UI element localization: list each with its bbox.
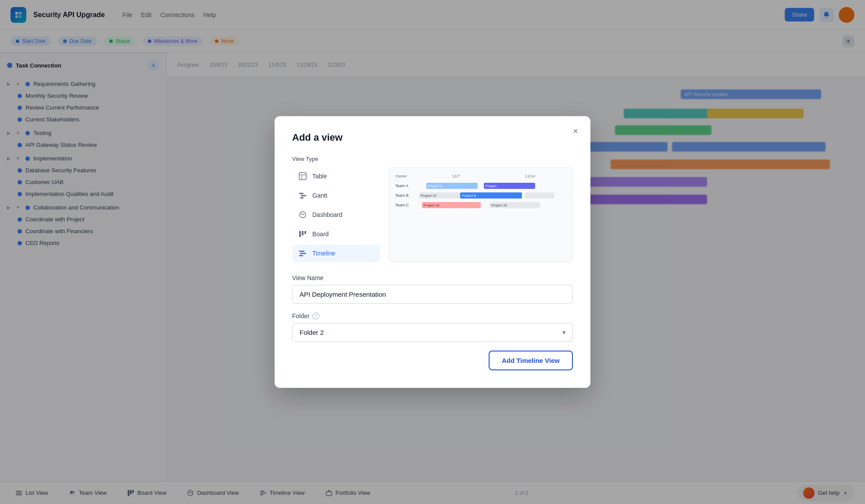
- view-type-gantt[interactable]: Gantt: [292, 187, 380, 204]
- preview-bar-area-team-b: Project 15 Project 8: [419, 192, 566, 199]
- view-type-board-label: Board: [312, 231, 329, 238]
- view-type-board[interactable]: Board: [292, 225, 380, 243]
- preview-bar: [525, 192, 554, 199]
- view-type-label: View Type: [292, 156, 573, 162]
- svg-rect-28: [299, 251, 304, 252]
- view-type-timeline-label: Timeline: [312, 250, 335, 257]
- view-type-timeline[interactable]: Timeline: [292, 245, 380, 262]
- svg-rect-29: [300, 253, 306, 254]
- view-type-dashboard[interactable]: Dashboard: [292, 206, 380, 224]
- view-type-table-label: Table: [312, 173, 327, 180]
- view-type-preview: Owner 11/7 11/14 Team A Project 4 Projec…: [389, 167, 573, 262]
- preview-owner-header: Owner: [395, 174, 418, 178]
- preview-row-team-b: Team B Project 15 Project 8: [395, 192, 566, 199]
- svg-rect-26: [302, 231, 304, 235]
- board-icon: [298, 230, 307, 238]
- folder-select-wrapper: Folder 1 Folder 2 Folder 3 ▼: [292, 323, 573, 342]
- folder-help-icon[interactable]: ?: [312, 312, 319, 319]
- preview-row-team-a: Team A Project 4 Project: [395, 183, 566, 189]
- preview-bar: Project 4: [426, 183, 478, 189]
- preview-bar: Project 22: [490, 202, 540, 208]
- folder-form-label: Folder ?: [292, 312, 573, 319]
- modal-title: Add a view: [292, 132, 573, 143]
- preview-bar: Project 8: [460, 192, 522, 199]
- add-timeline-view-button[interactable]: Add Timeline View: [489, 351, 573, 370]
- svg-rect-30: [299, 255, 303, 256]
- preview-bar: Project: [484, 183, 536, 189]
- timeline-icon: [298, 249, 307, 258]
- folder-group: Folder ? Folder 1 Folder 2 Folder 3 ▼: [292, 312, 573, 342]
- preview-bar: Project 16: [422, 202, 481, 208]
- modal-overlay: × Add a view View Type Table: [0, 0, 865, 504]
- svg-rect-27: [304, 231, 306, 234]
- svg-rect-25: [299, 231, 301, 237]
- modal-close-button[interactable]: ×: [568, 124, 583, 138]
- preview-row-team-c: Team C Project 16 Project 22: [395, 202, 566, 208]
- view-type-gantt-label: Gantt: [312, 192, 327, 199]
- view-name-input[interactable]: [292, 285, 573, 304]
- preview-bar-area-team-c: Project 16 Project 22: [419, 202, 566, 208]
- svg-rect-23: [300, 197, 304, 199]
- svg-rect-18: [299, 173, 306, 180]
- preview-date1-header: 11/7: [420, 174, 492, 178]
- view-type-list: Table Gantt: [292, 167, 380, 262]
- view-name-group: View Name: [292, 274, 573, 304]
- preview-bar-area-team-a: Project 4 Project: [419, 183, 566, 189]
- folder-select[interactable]: Folder 1 Folder 2 Folder 3: [292, 323, 573, 342]
- view-type-row: Table Gantt: [292, 167, 573, 262]
- view-type-table[interactable]: Table: [292, 167, 380, 185]
- preview-label-team-a: Team A: [395, 184, 416, 188]
- preview-date2-header: 11/14: [494, 174, 566, 178]
- svg-rect-21: [299, 193, 304, 194]
- modal-footer: Add Timeline View: [292, 351, 573, 370]
- add-view-modal: × Add a view View Type Table: [275, 116, 590, 388]
- svg-rect-22: [301, 195, 306, 196]
- table-icon: [298, 172, 307, 181]
- view-name-form-label: View Name: [292, 274, 573, 281]
- preview-label-team-b: Team B: [395, 193, 416, 198]
- preview-label-team-c: Team C: [395, 203, 416, 207]
- preview-bar: Project 15: [419, 192, 466, 199]
- dashboard-icon: [298, 210, 307, 219]
- gantt-icon: [298, 191, 307, 200]
- view-type-dashboard-label: Dashboard: [312, 211, 343, 218]
